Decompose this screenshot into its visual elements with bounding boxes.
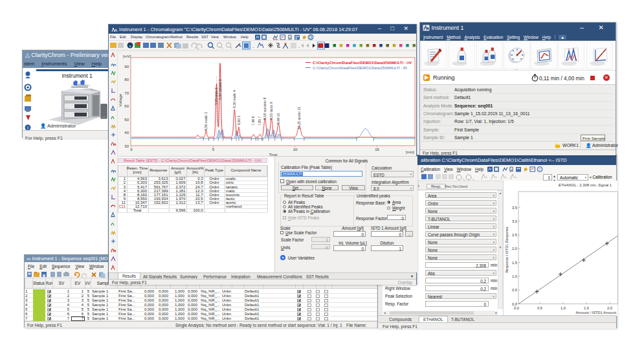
svg-text:8,55 lactic 9: 8,55 lactic 9 [269,102,273,120]
svg-text:8,98 10: 8,98 10 [276,113,280,124]
svg-text:1,5: 1,5 [512,261,517,265]
svg-text:ETHANOL - 2,308 min, Signal 1: ETHANOL - 2,308 min, Signal 1 [559,183,612,187]
svg-text:Response / ISTD1 Response: Response / ISTD1 Response [505,227,509,272]
svg-text:2,5: 2,5 [512,233,517,237]
svg-text:8,16 succinic 8: 8,16 succinic 8 [263,98,267,120]
svg-text:7,85 7: 7,85 7 [258,116,261,126]
svg-text:C:\ClarityChrom\DataFiles\DEMO: C:\ClarityChrom\DataFiles\DEMO1\Data\250… [313,61,412,65]
svg-text:1,5: 1,5 [584,306,589,310]
svg-text:0: 0 [130,148,133,151]
svg-text:0,5: 0,5 [537,306,542,310]
svg-text:.: . [252,43,254,49]
svg-text:Amount / ISTD1 Amount: Amount / ISTD1 Amount [575,311,616,315]
svg-text:7,46 6: 7,46 6 [251,116,255,126]
svg-text:[min]: [min] [406,150,414,154]
svg-text:70: 70 [124,91,129,95]
svg-text:3,0: 3,0 [512,219,517,223]
svg-text:Voltage: Voltage [118,93,122,107]
svg-text:2,0: 2,0 [607,306,612,310]
svg-text:10: 10 [293,148,298,151]
svg-text:x: x [129,44,131,48]
svg-text:15: 15 [375,148,379,151]
svg-text:1,0: 1,0 [561,306,566,310]
svg-text:6,60 5: 6,60 5 [237,115,241,125]
svg-text:.: . [71,273,72,278]
svg-text:40: 40 [124,131,129,135]
svg-text:0,5: 0,5 [512,288,517,292]
svg-text:50: 50 [124,118,129,122]
svg-text:3,5: 3,5 [512,206,517,210]
svg-text:.: . [298,43,300,49]
svg-text:5,42 tartaric 3: 5,42 tartaric 3 [218,79,222,100]
svg-text:80: 80 [124,78,129,82]
svg-text:0,0: 0,0 [514,306,519,310]
svg-text:30: 30 [124,144,129,148]
svg-text:60: 60 [124,104,129,108]
svg-text:90: 90 [124,65,129,69]
svg-text:5: 5 [212,148,215,151]
svg-text:1,0: 1,0 [512,274,517,278]
svg-text:6,30 malic 4: 6,30 malic 4 [232,90,236,108]
svg-text:[mV]: [mV] [123,54,131,58]
svg-text:10,25 acetic 11: 10,25 acetic 11 [297,107,301,129]
svg-text:2,0: 2,0 [512,247,517,250]
svg-text:4,56 oxalic 1: 4,56 oxalic 1 [204,112,208,131]
svg-text:C:\ClarityChrom\DataFiles\DEMO: C:\ClarityChrom\DataFiles\DEMO1\Data\250… [313,66,407,70]
